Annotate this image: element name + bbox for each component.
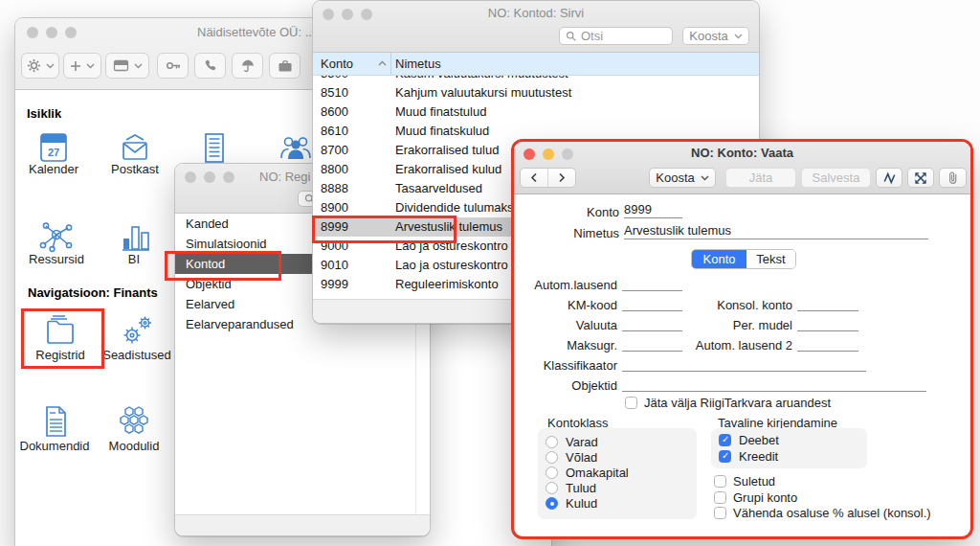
registers-icon[interactable] [41, 313, 79, 348]
radio-varad-label[interactable]: Varad [566, 435, 598, 449]
resources-icon[interactable] [37, 220, 76, 253]
key-button[interactable] [157, 53, 189, 79]
cell-nimetus: Kahjum valuutakursi muutustest [395, 83, 571, 102]
calendar-label[interactable]: Kalender [15, 162, 92, 176]
table-row-partial[interactable]: 8500 Kasum valuutakursi muutustest [313, 76, 759, 82]
umbrella-button[interactable] [232, 53, 263, 79]
tab-tekst[interactable]: Tekst [746, 250, 795, 268]
per-mudel-label: Per. mudel [657, 318, 792, 332]
chevron-down-icon [734, 34, 743, 39]
minimize-button[interactable] [46, 27, 57, 38]
bi-label[interactable]: BI [96, 252, 172, 266]
column-header-nimetus[interactable]: Nimetus [395, 53, 441, 75]
radio-tulud[interactable] [546, 482, 558, 494]
zoom-button[interactable] [223, 171, 234, 183]
mailbox-label[interactable]: Postkast [97, 162, 173, 176]
radio-volad[interactable] [546, 451, 558, 464]
close-button[interactable] [185, 171, 196, 183]
nimetus-field-value[interactable]: Arvestuslik tulemus [624, 223, 928, 239]
koosta-label: Koosta [656, 171, 694, 185]
radio-omakapital-label[interactable]: Omakapital [566, 466, 629, 480]
settings-menu-button[interactable] [21, 53, 59, 79]
browse-window-chrome: NO: Kontod: Sirvi Otsi Koosta [313, 1, 759, 53]
suletud-label[interactable]: Suletud [733, 474, 775, 489]
svg-text:27: 27 [48, 147, 59, 158]
autom-lausend-input[interactable] [622, 275, 682, 291]
kreedit-checkbox[interactable] [719, 450, 731, 463]
klassifikaator-input[interactable] [622, 355, 866, 372]
konsol-konto-input[interactable] [797, 295, 858, 311]
calendar-icon[interactable]: 27 [34, 132, 73, 165]
section-heading-personal: Isiklik [27, 106, 61, 121]
briefcase-button[interactable] [269, 53, 301, 79]
km-kood-label: KM-kood [514, 298, 617, 312]
table-header: Konto Nimetus [313, 53, 759, 76]
table-row[interactable]: 8600Muud finatstulud [313, 102, 758, 122]
tab-konto[interactable]: Konto [692, 250, 746, 268]
radio-varad[interactable] [546, 436, 558, 448]
phone-button[interactable] [194, 53, 226, 79]
nimetus-field-label: Nimetus [533, 226, 619, 240]
modules-label[interactable]: Moodulid [96, 439, 172, 453]
next-record-button[interactable] [548, 169, 575, 187]
activity-button[interactable] [876, 168, 902, 188]
konto-field-value[interactable]: 8999 [624, 202, 682, 218]
vahenda-osaluse-checkbox[interactable] [714, 507, 726, 519]
cell-konto: 9010 [321, 256, 348, 275]
radio-kulud-label[interactable]: Kulud [566, 496, 597, 511]
window-layout-menu-button[interactable] [105, 53, 149, 79]
grupi-konto-label[interactable]: Grupi konto [733, 490, 797, 505]
documents-label[interactable]: Dokumendid [16, 439, 93, 453]
modules-icon[interactable] [115, 405, 153, 437]
koosta-dropdown[interactable]: Koosta [649, 168, 716, 188]
column-divider[interactable] [390, 53, 391, 75]
expand-button[interactable] [907, 168, 934, 188]
radio-kulud[interactable] [546, 497, 558, 510]
previous-record-button[interactable] [521, 169, 548, 187]
phone-icon [203, 58, 217, 73]
zoom-button[interactable] [65, 27, 77, 38]
minimize-button[interactable] [204, 171, 215, 183]
autom-lausend2-input[interactable] [797, 335, 858, 352]
per-mudel-input[interactable] [797, 315, 858, 331]
deebet-label[interactable]: Deebet [739, 433, 779, 447]
settings-label[interactable]: Seadistused [99, 348, 175, 362]
contacts-icon[interactable] [277, 132, 315, 165]
documents-icon[interactable] [35, 405, 74, 439]
koosta-label: Koosta [689, 29, 727, 43]
mailbox-icon[interactable] [116, 132, 154, 165]
radio-omakapital[interactable] [546, 466, 558, 479]
section-heading-navigation: Navigatsioon: Finants [28, 285, 158, 300]
settings-icon[interactable] [118, 313, 156, 348]
objektid-input[interactable] [622, 375, 926, 392]
koosta-dropdown[interactable]: Koosta [682, 27, 749, 45]
chevron-down-icon [701, 175, 709, 181]
gear-icon [27, 58, 41, 73]
window-controls[interactable] [185, 171, 234, 183]
add-menu-button[interactable] [63, 53, 101, 79]
radio-tulud-label[interactable]: Tulud [566, 481, 596, 495]
table-row[interactable]: 8510Kahjum valuutakursi muutustest [313, 83, 758, 102]
cell-konto: 8700 [321, 141, 348, 160]
attachment-button[interactable] [939, 168, 967, 188]
radio-volad-label[interactable]: Võlad [566, 450, 597, 465]
window-controls[interactable] [27, 27, 77, 38]
search-input[interactable]: Otsi [559, 27, 673, 45]
registers-label[interactable]: Registrid [22, 348, 99, 362]
salvesta-button[interactable]: Salvesta [801, 168, 871, 188]
suletud-checkbox[interactable] [714, 475, 726, 488]
valuuta-label: Valuuta [514, 318, 617, 332]
column-header-konto[interactable]: Konto [321, 53, 353, 75]
kreedit-label[interactable]: Kreedit [739, 449, 778, 464]
tasks-icon[interactable] [195, 132, 234, 165]
resources-label[interactable]: Ressursid [18, 252, 95, 266]
table-row[interactable]: 8610Muud finatskulud [313, 122, 758, 141]
registers-window-footer [175, 514, 430, 535]
vahenda-osaluse-label[interactable]: Vähenda osaluse % alusel (konsol.) [733, 506, 931, 520]
jata-button[interactable]: Jäta [725, 168, 796, 188]
bi-icon[interactable] [115, 220, 153, 253]
close-button[interactable] [27, 27, 38, 38]
grupi-konto-checkbox[interactable] [714, 491, 726, 504]
exclude-report-checkbox[interactable] [625, 397, 637, 409]
deebet-checkbox[interactable] [719, 434, 731, 446]
